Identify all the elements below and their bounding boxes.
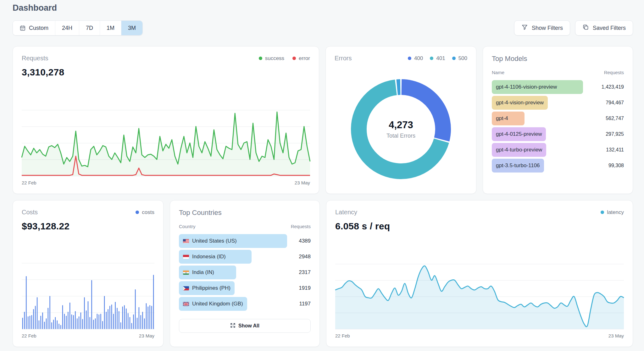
id-flag-icon <box>183 255 189 259</box>
country-name: Philippines (PH) <box>192 285 230 291</box>
legend-item-success[interactable]: success <box>259 55 284 62</box>
saved-filters-label: Saved Filters <box>593 25 626 31</box>
status-400-dot-icon <box>408 57 411 60</box>
table-row: Indonesia (ID)2948 <box>179 250 311 264</box>
table-row: gpt-3.5-turbo-110699,308 <box>492 159 624 173</box>
funnel-icon <box>521 24 528 32</box>
country-chip: India (IN) <box>179 266 236 279</box>
show-all-button[interactable]: Show All <box>179 319 311 333</box>
model-name-chip: gpt-3.5-turbo-1106 <box>492 159 544 173</box>
donut-slice-500[interactable] <box>397 87 400 87</box>
expand-icon <box>230 323 236 329</box>
legend-item-error[interactable]: error <box>292 55 310 62</box>
x-axis-start-label: 22 Feb <box>335 333 350 338</box>
x-axis-start-label: 22 Feb <box>22 333 36 338</box>
model-name-chip: gpt-4-0125-preview <box>492 127 546 141</box>
time-segment-7d[interactable]: 7D <box>79 21 100 35</box>
time-range-control: Custom24H7D1M3M <box>13 20 143 36</box>
time-segment-label: Custom <box>29 25 48 31</box>
country-name: India (IN) <box>192 269 214 276</box>
errors-card: Errors 400 401 500 <box>325 46 476 194</box>
top-countries-title: Top Countries <box>179 209 311 217</box>
ph-flag-icon <box>183 286 189 290</box>
dashboard-page: Dashboard Custom24H7D1M3M Show Filters S… <box>0 0 644 347</box>
top-countries-card: Top Countries Country Requests United St… <box>170 200 320 347</box>
model-requests-value: 132,411 <box>606 147 624 153</box>
time-segment-3m[interactable]: 3M <box>121 21 142 35</box>
country-chip: Indonesia (ID) <box>179 250 252 264</box>
status-401-dot-icon <box>430 57 433 60</box>
copy-icon <box>582 24 589 32</box>
legend-item-latency[interactable]: latency <box>601 209 624 216</box>
legend-item-500[interactable]: 500 <box>452 55 467 62</box>
time-segment-custom[interactable]: Custom <box>13 21 55 35</box>
latency-dot-icon <box>601 211 604 214</box>
page-title: Dashboard <box>13 3 633 13</box>
toolbar: Custom24H7D1M3M Show Filters Saved Filte… <box>13 20 633 36</box>
time-segment-1m[interactable]: 1M <box>100 21 121 35</box>
countries-col-country: Country <box>179 224 196 229</box>
requests-line-chart <box>22 110 310 176</box>
x-axis-start-label: 22 Feb <box>22 180 36 185</box>
country-chip: United Kingdom (GB) <box>179 297 247 311</box>
country-requests-value: 2948 <box>299 254 311 260</box>
saved-filters-button[interactable]: Saved Filters <box>575 20 633 36</box>
model-name-chip: gpt-4 <box>492 112 525 125</box>
success-dot-icon <box>259 57 262 60</box>
models-table: gpt-4-1106-vision-preview1,423,419gpt-4-… <box>492 80 624 173</box>
costs-dot-icon <box>136 211 139 214</box>
show-filters-label: Show Filters <box>532 25 563 31</box>
donut-slice-400[interactable] <box>402 87 443 140</box>
country-requests-value: 1919 <box>299 285 311 291</box>
country-name: United Kingdom (GB) <box>192 301 243 307</box>
models-col-name: Name <box>492 70 504 75</box>
status-500-dot-icon <box>452 57 456 60</box>
country-chip: United States (US) <box>179 234 287 248</box>
country-requests-value: 2317 <box>299 269 311 276</box>
countries-table: United States (US)4389Indonesia (ID)2948… <box>179 234 311 311</box>
toolbar-filters: Show Filters Saved Filters <box>514 20 633 36</box>
x-axis-end-label: 23 May <box>139 333 154 338</box>
legend-item-costs[interactable]: costs <box>136 209 154 216</box>
country-name: United States (US) <box>192 238 237 244</box>
model-name-chip: gpt-4-turbo-preview <box>492 143 546 157</box>
time-segment-24h[interactable]: 24H <box>55 21 79 35</box>
table-row: gpt-4562,747 <box>492 112 624 125</box>
models-col-requests: Requests <box>604 70 624 75</box>
legend-item-401[interactable]: 401 <box>430 55 445 62</box>
x-axis-end-label: 23 May <box>608 333 624 338</box>
countries-col-requests: Requests <box>291 224 311 229</box>
latency-card: Latency latency 6.058 s / req 22 Feb 23 … <box>326 200 633 347</box>
x-axis-end-label: 23 May <box>295 180 310 185</box>
latency-value: 6.058 s / req <box>335 221 624 232</box>
country-requests-value: 1197 <box>299 301 311 307</box>
requests-total-value: 3,310,278 <box>22 67 310 78</box>
table-row: gpt-4-0125-preview297,925 <box>492 127 624 141</box>
table-row: gpt-4-vision-preview794,467 <box>492 96 624 110</box>
table-row: gpt-4-turbo-preview132,411 <box>492 143 624 157</box>
in-flag-icon <box>183 270 189 275</box>
requests-card: Requests success error 3,310,278 22 Feb <box>13 46 319 194</box>
costs-bar-chart <box>22 263 154 329</box>
errors-card-title: Errors <box>335 55 352 62</box>
errors-donut-chart: 4,273 Total Errors <box>351 79 451 179</box>
gb-flag-icon <box>183 302 189 306</box>
time-segment-label: 24H <box>62 25 72 31</box>
model-requests-value: 794,467 <box>606 100 624 106</box>
table-row: United Kingdom (GB)1197 <box>179 297 311 311</box>
top-models-title: Top Models <box>492 55 624 63</box>
legend-item-400[interactable]: 400 <box>408 55 423 62</box>
top-models-card: Top Models Name Requests gpt-4-1106-visi… <box>483 46 633 194</box>
costs-card: Costs costs $93,128.22 22 Feb 23 May <box>13 200 164 347</box>
costs-total-value: $93,128.22 <box>22 221 154 232</box>
table-row: gpt-4-1106-vision-preview1,423,419 <box>492 80 624 94</box>
time-segment-label: 1M <box>107 25 114 31</box>
show-all-label: Show All <box>238 323 259 329</box>
show-filters-button[interactable]: Show Filters <box>514 20 570 36</box>
country-name: Indonesia (ID) <box>192 254 226 260</box>
us-flag-icon <box>183 239 189 243</box>
requests-card-title: Requests <box>22 55 48 62</box>
model-requests-value: 99,308 <box>608 163 624 168</box>
costs-card-title: Costs <box>22 209 38 216</box>
model-requests-value: 562,747 <box>606 116 624 121</box>
